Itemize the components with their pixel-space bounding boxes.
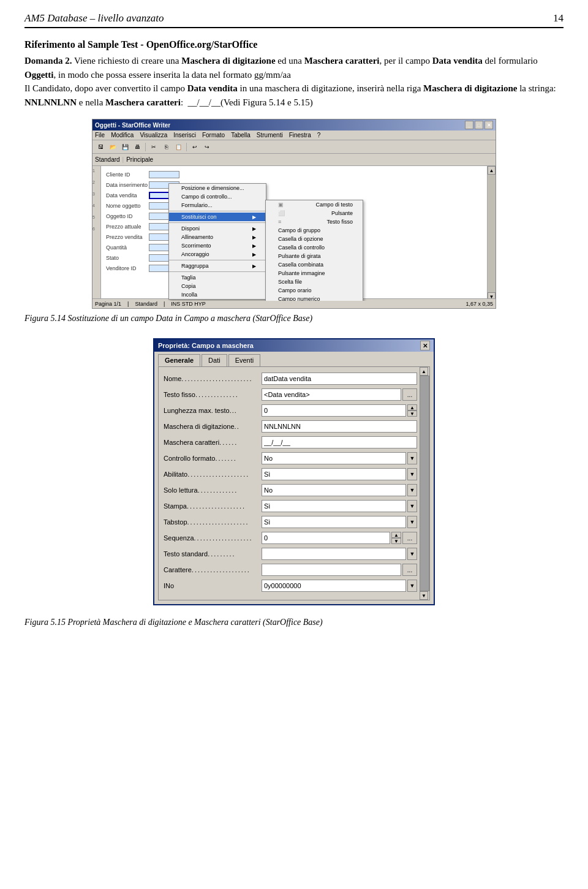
input-ino[interactable] bbox=[262, 580, 406, 592]
ctx1-allineamento[interactable]: Allineamento bbox=[169, 233, 266, 241]
dropdown-solo-lettura[interactable]: ▼ bbox=[407, 484, 417, 496]
spin-down-lunghezza[interactable]: ▼ bbox=[407, 410, 417, 417]
field-cliente-id[interactable] bbox=[149, 171, 179, 178]
ctx2-pulsante-immagine[interactable]: Pulsante immagine bbox=[266, 269, 363, 278]
menu-modifica[interactable]: Modifica bbox=[111, 132, 134, 138]
tab-generale[interactable]: Generale bbox=[158, 354, 200, 366]
ctx2-casella-opzione[interactable]: Casella di opzione bbox=[266, 235, 363, 243]
toolbar-btn-9[interactable]: ↪ bbox=[202, 142, 213, 153]
ctx1-raggruppa[interactable]: Raggruppa bbox=[169, 262, 266, 270]
ctx2-pulsante[interactable]: ⬜ Pulsante bbox=[266, 209, 363, 218]
menu-finestra[interactable]: Finestra bbox=[289, 132, 311, 138]
ctx1-disponi[interactable]: Disponi bbox=[169, 224, 266, 233]
dropdown-abilitato[interactable]: ▼ bbox=[407, 468, 417, 480]
toolbar-btn-7[interactable]: 📋 bbox=[173, 142, 184, 153]
minimize-button[interactable]: _ bbox=[465, 121, 473, 129]
input-abilitato[interactable] bbox=[262, 468, 406, 480]
tab-dati[interactable]: Dati bbox=[202, 354, 227, 366]
dropdown-ino[interactable]: ▼ bbox=[407, 580, 417, 592]
input-carattere[interactable] bbox=[262, 564, 401, 576]
dropdown-controllo-formato[interactable]: ▼ bbox=[407, 452, 417, 464]
fig15-caption: Figura 5.15 Proprietà Maschera di digita… bbox=[24, 618, 564, 627]
carattere-ellipsis-btn[interactable]: ... bbox=[402, 564, 417, 576]
ctx2-testo-fisso[interactable]: ≡ Testo fisso bbox=[266, 218, 363, 226]
ctx2-campo-numerico[interactable]: Campo numerico bbox=[266, 295, 363, 301]
ctx1-posizione[interactable]: Posizione e dimensione... bbox=[169, 184, 266, 192]
ctx1-ancoraggio[interactable]: Ancoraggio bbox=[169, 250, 266, 259]
sw-document: Cliente ID Data inserimento Data vendita bbox=[101, 166, 487, 301]
input-testo-fisso[interactable] bbox=[262, 388, 401, 401]
input-tabstop[interactable] bbox=[262, 516, 406, 528]
spin-up-lunghezza[interactable]: ▲ bbox=[407, 404, 417, 410]
dropdown-tabstop[interactable]: ▼ bbox=[407, 516, 417, 528]
field-testo-standard-wrap: ▼ bbox=[262, 548, 417, 560]
spin-up-sequenza[interactable]: ▲ bbox=[391, 532, 401, 538]
toolbar2-sep: | bbox=[123, 156, 124, 163]
sw-toolbar2: Standard | Principale bbox=[92, 154, 496, 166]
input-controllo-formato[interactable] bbox=[262, 452, 406, 464]
ctx2-campo-testo[interactable]: ▣ Campo di testo bbox=[266, 200, 363, 209]
ctx2-scelta-file[interactable]: Scelta file bbox=[266, 278, 363, 286]
ctx1-sostituisci[interactable]: Sostituisci con bbox=[169, 213, 266, 221]
dialog-scroll-down[interactable]: ▼ bbox=[420, 591, 428, 600]
tab-eventi[interactable]: Eventi bbox=[228, 354, 261, 366]
field-controllo-formato-wrap: ▼ bbox=[262, 452, 417, 464]
close-button[interactable]: ✕ bbox=[484, 121, 493, 129]
row-ino: INo ▼ bbox=[164, 579, 417, 592]
ctx1-incolla[interactable]: Incolla bbox=[169, 290, 266, 299]
label-sequenza: Sequenza................... bbox=[164, 534, 262, 542]
ctx1-formulario[interactable]: Formulario... bbox=[169, 201, 266, 210]
field-nome-wrap bbox=[262, 373, 417, 385]
maximize-button[interactable]: □ bbox=[475, 121, 483, 129]
menu-help[interactable]: ? bbox=[317, 132, 321, 138]
context-menu-2: ▣ Campo di testo ⬜ Pulsante ≡ Testo fiss… bbox=[265, 200, 363, 301]
field-tabstop-wrap: ▼ bbox=[262, 516, 417, 528]
menu-strumenti[interactable]: Strumenti bbox=[257, 132, 283, 138]
input-maschera-car[interactable] bbox=[262, 436, 417, 448]
toolbar-btn-4[interactable]: 🖶 bbox=[132, 142, 143, 153]
testo-fisso-ellipsis-btn[interactable]: ... bbox=[402, 388, 417, 401]
dropdown-testo-standard[interactable]: ▼ bbox=[407, 548, 417, 560]
row-sequenza: Sequenza................... ▲ ▼ ... bbox=[164, 531, 417, 545]
input-sequenza[interactable] bbox=[262, 532, 390, 544]
input-stampa[interactable] bbox=[262, 500, 406, 512]
input-maschera-dig[interactable] bbox=[262, 420, 417, 433]
menu-visualizza[interactable]: Visualizza bbox=[140, 132, 167, 138]
toolbar-btn-8[interactable]: ↩ bbox=[189, 142, 200, 153]
dropdown-stampa[interactable]: ▼ bbox=[407, 500, 417, 512]
sequenza-ellipsis-btn[interactable]: ... bbox=[402, 532, 417, 544]
ctx2-pulsante-girata[interactable]: Pulsante di girata bbox=[266, 252, 363, 260]
field-sequenza-wrap: ▲ ▼ ... bbox=[262, 532, 417, 544]
label-abilitato: Abilitato.................... bbox=[164, 471, 262, 478]
ctx2-casella-combinata[interactable]: Casella combinata bbox=[266, 260, 363, 269]
toolbar-btn-6[interactable]: ⎘ bbox=[160, 142, 172, 153]
scroll-up-btn[interactable]: ▲ bbox=[488, 166, 496, 175]
ctx1-campo[interactable]: Campo di controllo... bbox=[169, 192, 266, 201]
ctx2-campo-gruppo[interactable]: Campo di gruppo bbox=[266, 226, 363, 235]
spin-down-sequenza[interactable]: ▼ bbox=[391, 538, 401, 544]
ctx1-sep4 bbox=[169, 271, 266, 272]
menu-inserisci[interactable]: Inserisci bbox=[173, 132, 196, 138]
ctx1-copia[interactable]: Copia bbox=[169, 282, 266, 290]
dialog-scroll-up[interactable]: ▲ bbox=[420, 367, 428, 376]
input-nome[interactable] bbox=[262, 373, 417, 385]
dialog-close-btn[interactable]: ✕ bbox=[420, 341, 430, 350]
label-carattere: Carattere................... bbox=[164, 566, 262, 573]
toolbar-btn-3[interactable]: 💾 bbox=[119, 142, 130, 153]
ctx1-scorrimento[interactable]: Scorrimento bbox=[169, 241, 266, 250]
ctx2-casella-controllo[interactable]: Casella di controllo bbox=[266, 243, 363, 252]
menu-tabella[interactable]: Tabella bbox=[231, 132, 251, 138]
toolbar-btn-1[interactable]: 🖫 bbox=[95, 142, 106, 153]
input-solo-lettura[interactable] bbox=[262, 484, 406, 496]
input-lunghezza[interactable] bbox=[262, 404, 406, 417]
menu-file[interactable]: File bbox=[95, 132, 105, 138]
toolbar-btn-5[interactable]: ✂ bbox=[148, 142, 159, 153]
ctx2-campo-orario[interactable]: Campo orario bbox=[266, 286, 363, 295]
ctx1-taglia[interactable]: Taglia bbox=[169, 273, 266, 282]
input-testo-standard[interactable] bbox=[262, 548, 406, 560]
toolbar-btn-2[interactable]: 📂 bbox=[107, 142, 118, 153]
menu-formato[interactable]: Formato bbox=[202, 132, 225, 138]
fig14-screenshot: Oggetti - StarOffice Writer _ □ ✕ File M… bbox=[92, 119, 496, 309]
row-carattere: Carattere................... ... bbox=[164, 563, 417, 577]
row-maschera-car: Maschera caratteri...... bbox=[164, 436, 417, 449]
